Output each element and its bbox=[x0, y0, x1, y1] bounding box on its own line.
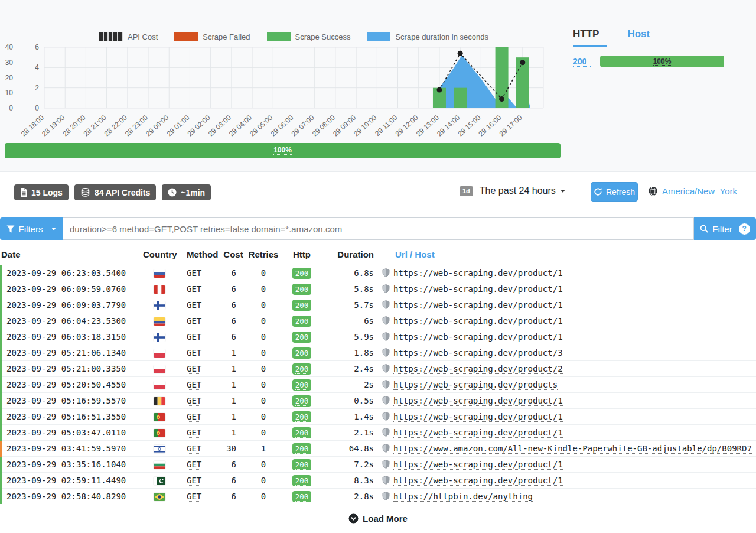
log-retries: 0 bbox=[246, 313, 281, 329]
svg-text:30: 30 bbox=[5, 58, 14, 67]
help-icon[interactable]: ? bbox=[739, 223, 750, 235]
log-row[interactable]: 2023-09-29 02:59:11.4490GET602008.3shttp… bbox=[1, 473, 756, 489]
log-method: GET bbox=[176, 457, 221, 473]
range-label: The past 24 hours bbox=[480, 186, 556, 196]
method-label: GET bbox=[187, 492, 201, 502]
log-date: 2023-09-29 02:58:40.8290 bbox=[1, 489, 143, 505]
log-row[interactable]: 2023-09-29 05:16:59.5570GET102000.5shttp… bbox=[1, 393, 756, 409]
log-country bbox=[143, 313, 176, 329]
log-cost: 1 bbox=[221, 425, 246, 441]
log-cost: 1 bbox=[221, 393, 246, 409]
url-link[interactable]: https://web-scraping.dev/product/1 bbox=[393, 268, 563, 278]
log-method: GET bbox=[176, 361, 221, 377]
url-link[interactable]: https://web-scraping.dev/product/1 bbox=[393, 476, 563, 486]
method-label: GET bbox=[187, 428, 201, 438]
method-label: GET bbox=[187, 300, 201, 310]
log-row[interactable]: 2023-09-29 06:23:03.5400GET602006.8shttp… bbox=[1, 265, 756, 281]
coins-icon bbox=[80, 188, 90, 197]
log-row[interactable]: 2023-09-29 06:09:59.0760GET602005.8shttp… bbox=[1, 281, 756, 297]
load-more-button[interactable]: Load More bbox=[0, 514, 756, 524]
log-country bbox=[143, 393, 176, 409]
log-date: 2023-09-29 03:41:59.5970 bbox=[1, 441, 143, 457]
clock-icon bbox=[168, 188, 177, 197]
log-row[interactable]: 2023-09-29 06:03:18.3150GET602005.9shttp… bbox=[1, 329, 756, 345]
tab-http[interactable]: HTTP bbox=[573, 28, 607, 47]
tab-host[interactable]: Host bbox=[627, 28, 650, 47]
log-duration: 1.8s bbox=[322, 345, 379, 361]
filter-label: Filter bbox=[712, 224, 732, 234]
http-status-badge: 200 bbox=[292, 443, 312, 454]
filters-dropdown-button[interactable]: Filters bbox=[0, 217, 63, 240]
url-link[interactable]: https://web-scraping.dev/product/1 bbox=[393, 428, 563, 438]
url-link[interactable]: https://web-scraping.dev/product/1 bbox=[393, 316, 563, 326]
log-url: https://web-scraping.dev/product/1 bbox=[379, 313, 756, 329]
log-row[interactable]: 2023-09-29 05:21:00.3350GET102002.4shttp… bbox=[1, 361, 756, 377]
log-row[interactable]: 2023-09-29 05:16:51.3550GET102001.4shttp… bbox=[1, 409, 756, 425]
log-row[interactable]: 2023-09-29 05:20:50.4550GET102002shttps:… bbox=[1, 377, 756, 393]
url-link[interactable]: https://web-scraping.dev/products bbox=[393, 380, 558, 390]
log-row[interactable]: 2023-09-29 02:58:40.8290GET602002.8shttp… bbox=[1, 489, 756, 505]
col-header-url[interactable]: Url / Host bbox=[379, 246, 756, 265]
flag-il-icon bbox=[154, 445, 165, 453]
method-label: GET bbox=[187, 364, 201, 374]
log-country bbox=[143, 489, 176, 505]
status-rows: 200100% bbox=[573, 56, 750, 67]
filter-query-input[interactable] bbox=[63, 217, 694, 240]
log-cost: 30 bbox=[221, 441, 246, 457]
log-row[interactable]: 2023-09-29 06:09:03.7790GET602005.7shttp… bbox=[1, 297, 756, 313]
http-status-badge: 200 bbox=[292, 427, 312, 438]
time-range-dropdown[interactable]: 1d The past 24 hours bbox=[460, 186, 565, 196]
svg-text:2: 2 bbox=[35, 84, 39, 92]
url-link[interactable]: https://web-scraping.dev/product/1 bbox=[393, 412, 563, 422]
http-status-badge: 200 bbox=[292, 411, 312, 422]
stat-badge-coins: 84 API Credits bbox=[74, 184, 156, 200]
log-http: 200 bbox=[281, 441, 322, 457]
http-status-badge: 200 bbox=[292, 268, 312, 279]
scrape-metrics-chart: 010203040024628 18:0028 19:0028 20:0028 … bbox=[0, 25, 561, 119]
log-date: 2023-09-29 06:09:03.7790 bbox=[1, 297, 143, 313]
log-retries: 0 bbox=[246, 393, 281, 409]
shield-icon bbox=[382, 428, 390, 437]
timezone-label: America/New_York bbox=[662, 186, 737, 196]
log-retries: 0 bbox=[246, 329, 281, 345]
log-method: GET bbox=[176, 313, 221, 329]
log-country bbox=[143, 441, 176, 457]
flag-fi-icon bbox=[154, 333, 165, 342]
log-date: 2023-09-29 05:21:06.1340 bbox=[1, 345, 143, 361]
log-http: 200 bbox=[281, 425, 322, 441]
range-duration-badge: 1d bbox=[460, 186, 473, 196]
log-method: GET bbox=[176, 297, 221, 313]
timezone-link[interactable]: America/New_York bbox=[648, 186, 737, 196]
url-link[interactable]: https://www.amazon.com/All-new-Kindle-Pa… bbox=[393, 444, 752, 454]
url-link[interactable]: https://web-scraping.dev/product/2 bbox=[393, 364, 563, 374]
chevron-circle-down-icon bbox=[348, 514, 359, 524]
log-retries: 0 bbox=[246, 457, 281, 473]
url-link[interactable]: https://web-scraping.dev/product/1 bbox=[393, 300, 563, 310]
log-cost: 6 bbox=[221, 313, 246, 329]
status-code-link[interactable]: 200 bbox=[573, 57, 591, 67]
log-row[interactable]: 2023-09-29 03:41:59.5970GET30120064.8sht… bbox=[1, 441, 756, 457]
log-row[interactable]: 2023-09-29 03:35:16.1040GET602007.2shttp… bbox=[1, 457, 756, 473]
log-cost: 6 bbox=[221, 329, 246, 345]
log-date: 2023-09-29 05:21:00.3350 bbox=[1, 361, 143, 377]
refresh-button[interactable]: Refresh bbox=[591, 182, 638, 202]
url-link[interactable]: https://web-scraping.dev/product/1 bbox=[393, 396, 563, 406]
url-link[interactable]: https://web-scraping.dev/product/1 bbox=[393, 460, 563, 470]
log-http: 200 bbox=[281, 281, 322, 297]
chart-section: API CostScrape FailedScrape SuccessScrap… bbox=[0, 0, 756, 172]
url-link[interactable]: https://web-scraping.dev/product/1 bbox=[393, 284, 563, 294]
log-method: GET bbox=[176, 345, 221, 361]
url-link[interactable]: https://web-scraping.dev/product/1 bbox=[393, 332, 563, 342]
log-row[interactable]: 2023-09-29 06:04:23.5300GET602006shttps:… bbox=[1, 313, 756, 329]
apply-filter-button[interactable]: Filter ? bbox=[694, 217, 756, 240]
method-label: GET bbox=[187, 380, 201, 390]
log-country bbox=[143, 281, 176, 297]
url-link[interactable]: https://httpbin.dev/anything bbox=[393, 492, 533, 502]
log-row[interactable]: 2023-09-29 05:21:06.1340GET102001.8shttp… bbox=[1, 345, 756, 361]
shield-icon bbox=[382, 316, 390, 325]
log-duration: 6.8s bbox=[322, 265, 379, 281]
flag-ru-icon bbox=[154, 269, 165, 278]
log-row[interactable]: 2023-09-29 05:03:47.0110GET102002.1shttp… bbox=[1, 425, 756, 441]
log-method: GET bbox=[176, 281, 221, 297]
url-link[interactable]: https://web-scraping.dev/product/3 bbox=[393, 348, 563, 358]
